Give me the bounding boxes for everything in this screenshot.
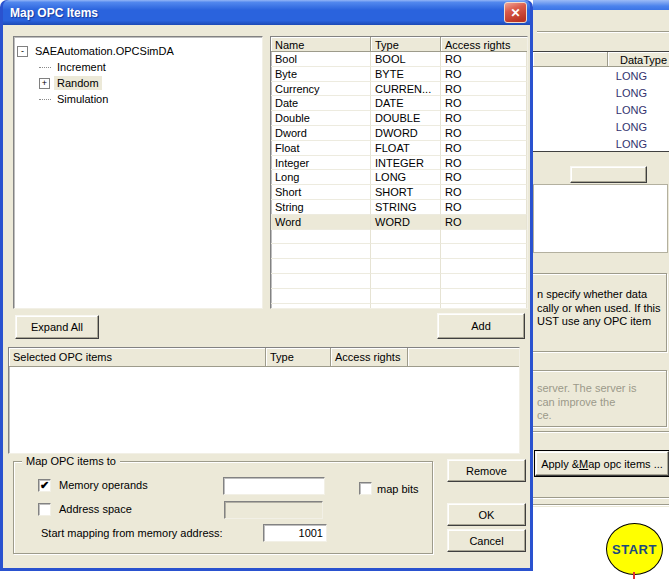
cell[interactable]: Word xyxy=(271,215,371,230)
opc-server-tree[interactable]: -SAEAutomation.OPCSimDAIncrement+RandomS… xyxy=(13,36,263,309)
opc-item-row-bool[interactable]: BoolBOOLRO xyxy=(271,52,527,67)
dialog-titlebar[interactable]: Map OPC Items ✕ xyxy=(3,0,530,25)
column-header-type[interactable]: Type xyxy=(371,37,441,52)
memory-operands-checkbox[interactable]: ✔ xyxy=(38,479,51,492)
cell[interactable]: RO xyxy=(441,126,527,141)
column-header-access-rights[interactable]: Access rights xyxy=(331,348,408,367)
cell[interactable]: Integer xyxy=(271,156,371,171)
close-icon[interactable]: ✕ xyxy=(504,2,527,23)
cell[interactable]: SHORT xyxy=(371,185,441,200)
opc-item-row-string[interactable]: StringSTRINGRO xyxy=(271,200,527,215)
opc-item-row-float[interactable]: FloatFLOATRO xyxy=(271,141,527,156)
cell[interactable]: RO xyxy=(441,170,527,185)
cell[interactable]: BYTE xyxy=(371,67,441,82)
cell[interactable]: RO xyxy=(441,82,527,97)
tree-item-saeautomation-opcsimda[interactable]: -SAEAutomation.OPCSimDA xyxy=(14,43,262,59)
empty-row xyxy=(271,274,527,289)
opc-item-row-dword[interactable]: DwordDWORDRO xyxy=(271,126,527,141)
cell[interactable]: RO xyxy=(441,156,527,171)
cell[interactable]: DWORD xyxy=(371,126,441,141)
cell xyxy=(371,304,441,309)
empty-row xyxy=(271,304,527,309)
start-address-input[interactable] xyxy=(263,524,327,542)
cell[interactable]: Dword xyxy=(271,126,371,141)
apply-map-opc-items-button[interactable]: Apply & Map opc items ... xyxy=(535,451,669,476)
cell[interactable]: LONG xyxy=(371,170,441,185)
map-bits-checkbox[interactable] xyxy=(359,482,372,495)
cell[interactable]: String xyxy=(271,200,371,215)
tree-item-random[interactable]: +Random xyxy=(14,75,262,91)
tree-item-label[interactable]: Random xyxy=(54,76,102,90)
separator-line xyxy=(533,497,669,499)
cell[interactable]: RO xyxy=(441,111,527,126)
cell[interactable]: Currency xyxy=(271,82,371,97)
cell[interactable]: Short xyxy=(271,185,371,200)
cell[interactable]: Date xyxy=(271,96,371,111)
opc-items-list[interactable]: NameTypeAccess rights BoolBOOLROByteBYTE… xyxy=(270,36,528,309)
memory-operands-input[interactable] xyxy=(223,477,325,495)
dialog-title: Map OPC Items xyxy=(3,6,504,20)
apply-label-mnemonic: M xyxy=(579,458,588,470)
info-line: ce. xyxy=(537,409,666,423)
cell[interactable]: BOOL xyxy=(371,52,441,67)
start-button[interactable]: START xyxy=(606,523,663,575)
tree-collapse-icon[interactable]: - xyxy=(17,46,28,57)
cell[interactable]: FLOAT xyxy=(371,141,441,156)
cell[interactable]: CURREN... xyxy=(371,82,441,97)
column-header-blank[interactable] xyxy=(408,348,519,367)
column-header-type[interactable]: Type xyxy=(266,348,331,367)
cell[interactable]: RO xyxy=(441,185,527,200)
cell[interactable]: Long xyxy=(271,170,371,185)
address-space-checkbox[interactable] xyxy=(38,503,51,516)
opc-item-row-currency[interactable]: CurrencyCURREN...RO xyxy=(271,82,527,97)
tree-item-label[interactable]: SAEAutomation.OPCSimDA xyxy=(32,44,177,58)
add-button[interactable]: Add xyxy=(437,313,525,339)
partial-button-fragment[interactable] xyxy=(570,166,647,183)
cell[interactable]: Bool xyxy=(271,52,371,67)
column-header-selected-opc-items[interactable]: Selected OPC items xyxy=(9,348,266,367)
cell xyxy=(371,289,441,304)
cell[interactable]: RO xyxy=(441,200,527,215)
expand-all-button[interactable]: Expand All xyxy=(15,315,99,339)
tree-item-label[interactable]: Increment xyxy=(54,60,109,74)
cell[interactable]: RO xyxy=(441,96,527,111)
cell[interactable]: RO xyxy=(441,67,527,82)
cell[interactable]: Double xyxy=(271,111,371,126)
cell[interactable]: RO xyxy=(441,52,527,67)
cell[interactable]: Byte xyxy=(271,67,371,82)
cell[interactable]: DATE xyxy=(371,96,441,111)
info-text-2: server. The server iscan improve thece. xyxy=(528,371,666,423)
cell[interactable]: STRING xyxy=(371,200,441,215)
cell[interactable]: INTEGER xyxy=(371,156,441,171)
opc-item-row-short[interactable]: ShortSHORTRO xyxy=(271,185,527,200)
tree-item-increment[interactable]: Increment xyxy=(14,59,262,75)
opc-item-row-date[interactable]: DateDATERO xyxy=(271,96,527,111)
group-title: Map OPC items to xyxy=(22,455,120,467)
background-info-box-1: n specify whether datacally or when used… xyxy=(527,273,667,352)
cell[interactable]: Float xyxy=(271,141,371,156)
opc-item-row-integer[interactable]: IntegerINTEGERRO xyxy=(271,156,527,171)
tree-expand-icon[interactable]: + xyxy=(39,78,50,89)
empty-row xyxy=(271,259,527,274)
opc-item-row-double[interactable]: DoubleDOUBLERO xyxy=(271,111,527,126)
opc-item-row-long[interactable]: LongLONGRO xyxy=(271,170,527,185)
cell[interactable]: RO xyxy=(441,215,527,230)
selected-opc-items-list[interactable]: Selected OPC itemsTypeAccess rights xyxy=(8,347,520,454)
tree-branch-line xyxy=(39,99,51,100)
grid-header-datatype[interactable]: DataType xyxy=(608,52,669,67)
cell[interactable]: WORD xyxy=(371,215,441,230)
address-space-input[interactable] xyxy=(224,501,323,519)
opc-item-row-byte[interactable]: ByteBYTERO xyxy=(271,67,527,82)
opc-item-row-word[interactable]: WordWORDRO xyxy=(271,215,527,230)
cell[interactable]: DOUBLE xyxy=(371,111,441,126)
column-header-access-rights[interactable]: Access rights xyxy=(441,37,527,52)
cell[interactable]: RO xyxy=(441,141,527,156)
grid-header-hidden[interactable] xyxy=(533,52,608,67)
column-header-name[interactable]: Name xyxy=(271,37,371,52)
cancel-button[interactable]: Cancel xyxy=(447,529,526,552)
remove-button[interactable]: Remove xyxy=(447,459,526,482)
tree-item-simulation[interactable]: Simulation xyxy=(14,91,262,107)
tree-item-label[interactable]: Simulation xyxy=(54,92,111,106)
ok-button[interactable]: OK xyxy=(447,503,526,526)
cell xyxy=(441,274,527,289)
